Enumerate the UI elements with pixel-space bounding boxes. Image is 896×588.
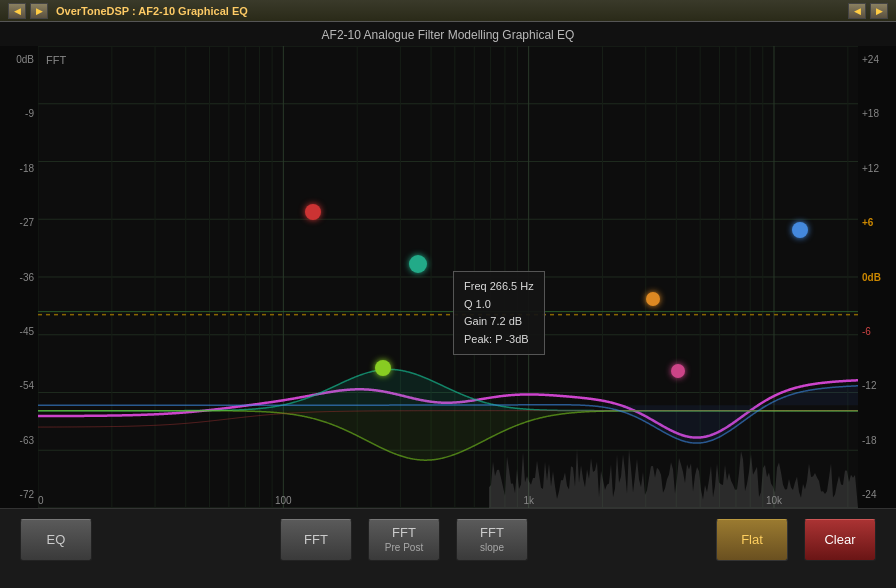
node-lime[interactable] — [375, 360, 391, 376]
left-axis-n63: -63 — [0, 435, 34, 446]
fft-slope-button[interactable]: FFT slope — [456, 519, 528, 561]
title-bar-right: ◀ ▶ — [848, 3, 888, 19]
node-pink[interactable] — [671, 364, 685, 378]
eq-title: AF2-10 Analogue Filter Modelling Graphic… — [0, 22, 896, 46]
clear-button[interactable]: Clear — [804, 519, 876, 561]
title-bar: ◀ ▶ OverToneDSP : AF2-10 Graphical EQ ◀ … — [0, 0, 896, 22]
left-axis: 0dB -9 -18 -27 -36 -45 -54 -63 -72 — [0, 46, 38, 508]
flat-button[interactable]: Flat — [716, 519, 788, 561]
nav-left-btn[interactable]: ◀ — [848, 3, 866, 19]
right-axis-0db: 0dB — [862, 272, 896, 283]
left-axis-n27: -27 — [0, 217, 34, 228]
node-orange[interactable] — [646, 292, 660, 306]
eq-canvas — [38, 46, 858, 508]
eq-button[interactable]: EQ — [20, 519, 92, 561]
title-bar-arrows: ◀ ▶ — [8, 3, 48, 19]
right-axis-p6: +6 — [862, 217, 896, 228]
node-blue[interactable] — [792, 222, 808, 238]
right-axis-p24: +24 — [862, 54, 896, 65]
prev-arrow-btn[interactable]: ◀ — [8, 3, 26, 19]
left-axis-n54: -54 — [0, 380, 34, 391]
node-red[interactable] — [305, 204, 321, 220]
right-axis-p18: +18 — [862, 108, 896, 119]
left-axis-0db: 0dB — [0, 54, 34, 65]
right-axis-n12: -12 — [862, 380, 896, 391]
fft-button[interactable]: FFT — [280, 519, 352, 561]
right-axis-p12: +12 — [862, 163, 896, 174]
main-title-text: AF2-10 Analogue Filter Modelling Graphic… — [322, 28, 575, 42]
left-axis-n36: -36 — [0, 272, 34, 283]
left-axis-n9: -9 — [0, 108, 34, 119]
right-axis-n18: -18 — [862, 435, 896, 446]
node-teal[interactable] — [409, 255, 427, 273]
right-axis-n24: -24 — [862, 489, 896, 500]
next-arrow-btn[interactable]: ▶ — [30, 3, 48, 19]
left-axis-n18: -18 — [0, 163, 34, 174]
plugin-title: OverToneDSP : AF2-10 Graphical EQ — [56, 5, 248, 17]
fft-prepost-button[interactable]: FFT Pre Post — [368, 519, 440, 561]
right-axis-n6: -6 — [862, 326, 896, 337]
left-axis-n72: -72 — [0, 489, 34, 500]
eq-display[interactable]: Freq 266.5 Hz Q 1.0 Gain 7.2 dB Peak: P … — [38, 46, 858, 508]
nav-right-btn[interactable]: ▶ — [870, 3, 888, 19]
main-content: 0dB -9 -18 -27 -36 -45 -54 -63 -72 Freq … — [0, 46, 896, 508]
left-axis-n45: -45 — [0, 326, 34, 337]
right-axis: +24 +18 +12 +6 0dB -6 -12 -18 -24 — [858, 46, 896, 508]
toolbar: EQ FFT FFT Pre Post FFT slope Flat Clear — [0, 508, 896, 570]
